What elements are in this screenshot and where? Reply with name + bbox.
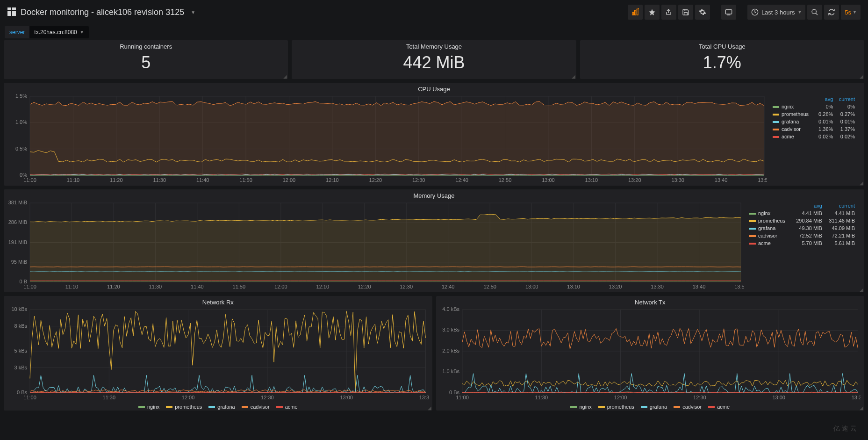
- svg-rect-2: [7, 11, 11, 16]
- svg-text:11:40: 11:40: [191, 284, 204, 289]
- share-button[interactable]: [661, 5, 676, 20]
- star-button[interactable]: [645, 5, 660, 20]
- svg-text:13:30: 13:30: [671, 177, 684, 183]
- legend-item-cadvisor[interactable]: cadvisor1.36%1.37%: [771, 125, 857, 133]
- legend-item-prometheus[interactable]: prometheus: [598, 404, 634, 410]
- svg-text:11:00: 11:00: [23, 284, 36, 289]
- svg-text:12:00: 12:00: [614, 395, 627, 400]
- panel-title: Memory Usage: [4, 189, 864, 200]
- panel-title: CPU Usage: [4, 83, 864, 94]
- panel-title: Running containers: [4, 40, 288, 51]
- memory-legend[interactable]: avgcurrentnginx4.41 MiB4.41 MiBprometheu…: [744, 200, 861, 290]
- svg-text:11:00: 11:00: [456, 395, 469, 400]
- svg-text:13:40: 13:40: [715, 177, 728, 183]
- legend-item-nginx[interactable]: nginx0%0%: [771, 103, 857, 110]
- total-memory-panel[interactable]: Total Memory Usage 442 MiB ◢: [292, 40, 576, 79]
- svg-text:11:50: 11:50: [239, 177, 252, 183]
- svg-text:13:20: 13:20: [628, 177, 641, 183]
- netrx-legend[interactable]: nginxprometheusgrafanacadvisoracme: [7, 401, 429, 414]
- svg-text:1.0 kBs: 1.0 kBs: [442, 368, 459, 374]
- server-var-value[interactable]: tx.20has.cn:8080 ▼: [29, 26, 88, 38]
- legend-item-cadvisor[interactable]: cadvisor72.52 MiB72.21 MiB: [747, 232, 857, 239]
- svg-text:13:10: 13:10: [567, 284, 580, 289]
- svg-line-13: [816, 13, 818, 15]
- svg-text:12:50: 12:50: [499, 177, 512, 183]
- svg-text:12:30: 12:30: [693, 395, 706, 400]
- watermark: 亿速云: [833, 425, 859, 433]
- running-containers-panel[interactable]: Running containers 5 ◢: [4, 40, 288, 79]
- svg-text:1.0%: 1.0%: [15, 119, 27, 125]
- svg-text:11:20: 11:20: [107, 284, 120, 289]
- add-panel-button[interactable]: [628, 5, 643, 20]
- refresh-interval-button[interactable]: 5s ▼: [841, 5, 861, 20]
- svg-text:12:00: 12:00: [182, 395, 195, 400]
- memory-chart[interactable]: 0 B95 MiB191 MiB286 MiB381 MiB11:0011:10…: [7, 200, 744, 290]
- settings-button[interactable]: [695, 5, 710, 20]
- svg-text:11:30: 11:30: [153, 177, 166, 183]
- svg-rect-3: [12, 11, 16, 16]
- svg-text:12:10: 12:10: [326, 177, 339, 183]
- chevron-down-icon[interactable]: ▼: [191, 10, 195, 15]
- svg-text:10 kBs: 10 kBs: [11, 307, 27, 312]
- legend-item-grafana[interactable]: grafana: [641, 404, 667, 410]
- svg-text:11:10: 11:10: [67, 177, 80, 183]
- svg-text:11:30: 11:30: [149, 284, 162, 289]
- nettx-legend[interactable]: nginxprometheusgrafanacadvisoracme: [440, 401, 861, 414]
- svg-text:12:00: 12:00: [283, 177, 296, 183]
- svg-rect-9: [725, 10, 732, 14]
- legend-item-nginx[interactable]: nginx: [570, 404, 591, 410]
- svg-text:191 MiB: 191 MiB: [8, 239, 27, 245]
- legend-item-acme[interactable]: acme: [276, 404, 298, 410]
- memory-usage-panel[interactable]: Memory Usage 0 B95 MiB191 MiB286 MiB381 …: [4, 189, 864, 292]
- cpu-usage-panel[interactable]: CPU Usage 0%0.5%1.0%1.5%11:0011:1011:201…: [4, 83, 864, 186]
- svg-text:95 MiB: 95 MiB: [11, 259, 27, 265]
- stat-value: 1.7%: [580, 51, 864, 79]
- svg-text:0.5%: 0.5%: [15, 146, 27, 151]
- svg-rect-6: [637, 9, 638, 15]
- svg-text:2.0 kBs: 2.0 kBs: [442, 348, 459, 353]
- network-tx-panel[interactable]: Network Tx 0 Bs1.0 kBs2.0 kBs3.0 kBs4.0 …: [436, 296, 865, 411]
- svg-text:12:50: 12:50: [483, 284, 496, 289]
- network-rx-panel[interactable]: Network Rx 0 Bs3 kBs5 kBs8 kBs10 kBs11:0…: [4, 296, 432, 411]
- legend-item-cadvisor[interactable]: cadvisor: [242, 404, 270, 410]
- legend-item-acme[interactable]: acme5.70 MiB5.61 MiB: [747, 239, 857, 247]
- svg-text:381 MiB: 381 MiB: [8, 200, 27, 205]
- dashboard-icon[interactable]: [7, 7, 16, 17]
- svg-text:12:30: 12:30: [261, 395, 274, 400]
- legend-item-acme[interactable]: acme0.02%0.02%: [771, 133, 857, 140]
- view-mode-button[interactable]: [721, 5, 736, 20]
- legend-item-nginx[interactable]: nginx4.41 MiB4.41 MiB: [747, 209, 857, 217]
- legend-item-prometheus[interactable]: prometheus: [166, 404, 202, 410]
- zoom-out-button[interactable]: [807, 5, 822, 20]
- legend-item-grafana[interactable]: grafana0.01%0.01%: [771, 118, 857, 125]
- refresh-button[interactable]: [824, 5, 839, 20]
- legend-item-nginx[interactable]: nginx: [138, 404, 159, 410]
- legend-item-grafana[interactable]: grafana: [208, 404, 235, 410]
- legend-item-acme[interactable]: acme: [708, 404, 730, 410]
- dashboard-title[interactable]: Docker monitoring - alicek106 revision 3…: [21, 7, 184, 17]
- save-button[interactable]: [678, 5, 693, 20]
- time-range-button[interactable]: Last 3 hours ▼: [747, 5, 805, 20]
- svg-text:13:40: 13:40: [693, 284, 706, 289]
- legend-item-prometheus[interactable]: prometheus0.28%0.27%: [771, 110, 857, 118]
- server-var-label: server: [5, 26, 29, 38]
- cpu-chart[interactable]: 0%0.5%1.0%1.5%11:0011:1011:2011:3011:401…: [7, 94, 767, 184]
- svg-text:13:00: 13:00: [542, 177, 555, 183]
- svg-rect-5: [635, 10, 636, 15]
- legend-item-cadvisor[interactable]: cadvisor: [674, 404, 702, 410]
- cpu-legend[interactable]: avgcurrentnginx0%0%prometheus0.28%0.27%g…: [767, 94, 861, 184]
- svg-text:12:00: 12:00: [274, 284, 287, 289]
- svg-text:4.0 kBs: 4.0 kBs: [442, 307, 459, 312]
- svg-text:13:50: 13:50: [734, 284, 744, 289]
- svg-rect-0: [7, 7, 11, 10]
- netrx-chart[interactable]: 0 Bs3 kBs5 kBs8 kBs10 kBs11:0011:3012:00…: [7, 307, 429, 401]
- svg-text:13:00: 13:00: [525, 284, 538, 289]
- panel-title: Total Memory Usage: [292, 40, 576, 51]
- svg-text:11:50: 11:50: [233, 284, 246, 289]
- nettx-chart[interactable]: 0 Bs1.0 kBs2.0 kBs3.0 kBs4.0 kBs11:0011:…: [440, 307, 861, 401]
- legend-item-prometheus[interactable]: prometheus290.84 MiB311.46 MiB: [747, 217, 857, 224]
- svg-text:12:30: 12:30: [412, 177, 425, 183]
- svg-text:12:40: 12:40: [442, 284, 455, 289]
- total-cpu-panel[interactable]: Total CPU Usage 1.7% ◢: [580, 40, 864, 79]
- legend-item-grafana[interactable]: grafana49.38 MiB49.09 MiB: [747, 224, 857, 232]
